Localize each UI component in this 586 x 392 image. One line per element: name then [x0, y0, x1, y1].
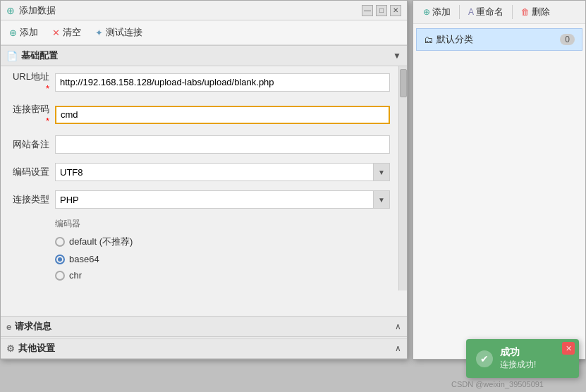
encoder-default-label: default (不推荐): [69, 235, 133, 248]
encoding-select-wrapper: UTF8 GBK ▼: [55, 163, 390, 181]
other-chevron-icon: ∧: [395, 343, 401, 353]
password-row: 连接密码*: [1, 99, 398, 131]
password-required: *: [46, 116, 49, 126]
right-delete-label: 删除: [532, 6, 550, 18]
clear-icon: ✕: [52, 27, 60, 38]
config-icon: 📄: [6, 51, 18, 61]
encoding-label: 编码设置: [9, 166, 55, 178]
request-info-left: e 请求信息: [6, 320, 51, 333]
right-add-button[interactable]: ⊕ 添加: [419, 4, 455, 20]
add-label: 添加: [20, 26, 38, 39]
basic-chevron-icon: ▼: [393, 51, 401, 61]
encoding-row: 编码设置 UTF8 GBK ▼: [1, 159, 398, 186]
right-rename-label: 重命名: [476, 6, 503, 18]
bottom-sections: e 请求信息 ∧ ⚙ 其他设置 ∧: [1, 315, 407, 359]
request-icon: e: [6, 321, 11, 332]
category-item-left: 🗂 默认分类: [424, 33, 473, 46]
basic-config-section-header[interactable]: 📄 基础配置 ▼: [1, 45, 407, 66]
toolbar-divider-1: [459, 5, 460, 19]
url-label: URL地址*: [9, 71, 55, 94]
right-delete-button[interactable]: 🗑 删除: [517, 4, 554, 20]
test-connection-button[interactable]: ✦ 测试连接: [92, 25, 145, 40]
form-area: URL地址* 连接密码* 网站备注 编码设置: [1, 66, 407, 290]
request-chevron-icon: ∧: [395, 321, 401, 331]
other-settings-left: ⚙ 其他设置: [6, 342, 55, 355]
request-info-label: 请求信息: [15, 320, 51, 333]
toast-title: 成功: [500, 346, 536, 359]
add-data-dialog: ⊕ 添加数据 — □ ✕ ⊕ 添加 ✕ 清空 ✦ 测试连接 📄 基础配置 ▼: [0, 0, 408, 360]
encoder-chr-label: chr: [69, 270, 82, 281]
right-panel: ⊕ 添加 A 重命名 🗑 删除 🗂 默认分类 0: [413, 0, 586, 360]
form-scrollbar[interactable]: [398, 66, 407, 290]
dialog-title-icon: ⊕: [6, 5, 15, 16]
right-rename-button[interactable]: A 重命名: [464, 4, 508, 20]
add-icon: ⊕: [9, 27, 17, 38]
toolbar: ⊕ 添加 ✕ 清空 ✦ 测试连接: [1, 20, 407, 45]
test-label: 测试连接: [106, 26, 142, 39]
right-add-label: 添加: [432, 6, 451, 18]
other-settings-section-header[interactable]: ⚙ 其他设置 ∧: [1, 338, 407, 359]
other-settings-icon: ⚙: [6, 343, 15, 354]
conn-type-row: 连接类型 PHP ASP JSP ▼: [1, 186, 398, 214]
toast-icon: ✔: [476, 350, 493, 367]
request-info-section-header[interactable]: e 请求信息 ∧: [1, 316, 407, 337]
category-item[interactable]: 🗂 默认分类 0: [416, 28, 582, 51]
conn-type-select-wrapper: PHP ASP JSP ▼: [55, 190, 390, 209]
note-row: 网站备注: [1, 131, 398, 159]
minimize-button[interactable]: —: [362, 5, 373, 16]
form-scroll-content: URL地址* 连接密码* 网站备注 编码设置: [1, 66, 398, 290]
scrollbar-thumb[interactable]: [400, 69, 407, 97]
dialog-title-text: 添加数据: [19, 4, 56, 17]
encoder-chr-radio[interactable]: [55, 271, 65, 281]
dialog-title-controls: — □ ✕: [362, 5, 401, 16]
category-name: 默认分类: [437, 33, 473, 46]
toolbar-divider-2: [512, 5, 513, 19]
encoder-label: 编码器: [55, 218, 390, 230]
right-add-icon: ⊕: [423, 7, 430, 17]
clear-button[interactable]: ✕ 清空: [49, 25, 84, 40]
encoding-select[interactable]: UTF8 GBK: [55, 163, 390, 181]
toast-content: 成功 连接成功!: [500, 346, 536, 371]
toast-message: 连接成功!: [500, 359, 536, 371]
encoder-base64-label: base64: [69, 254, 99, 264]
encoder-default-row: default (不推荐): [55, 234, 390, 250]
url-input[interactable]: [55, 73, 390, 92]
url-row: URL地址*: [1, 66, 398, 99]
add-button[interactable]: ⊕ 添加: [6, 25, 41, 40]
folder-icon: 🗂: [424, 35, 433, 45]
right-rename-icon: A: [468, 7, 474, 17]
category-list: 🗂 默认分类 0: [413, 24, 585, 55]
password-label: 连接密码*: [9, 103, 55, 126]
dialog-title: ⊕ 添加数据: [6, 4, 56, 17]
encoder-base64-radio[interactable]: [55, 255, 65, 264]
note-input[interactable]: [55, 135, 390, 154]
encoder-default-radio[interactable]: [55, 237, 65, 247]
close-button[interactable]: ✕: [390, 5, 401, 16]
clear-label: 清空: [63, 26, 81, 39]
conn-type-select[interactable]: PHP ASP JSP: [55, 190, 390, 209]
restore-button[interactable]: □: [376, 5, 387, 16]
basic-config-label: 基础配置: [21, 49, 58, 62]
toast-close-button[interactable]: ✕: [562, 342, 575, 355]
encoder-chr-row: chr: [55, 269, 390, 282]
section-header-left: 📄 基础配置: [6, 49, 58, 62]
password-input[interactable]: [55, 106, 390, 124]
encoder-base64-row: base64: [55, 252, 390, 266]
right-panel-toolbar: ⊕ 添加 A 重命名 🗑 删除: [413, 1, 585, 24]
encoder-section: 编码器 default (不推荐) base64 chr: [1, 214, 398, 290]
note-label: 网站备注: [9, 138, 55, 151]
right-delete-icon: 🗑: [521, 7, 530, 17]
other-settings-label: 其他设置: [18, 342, 55, 355]
conn-type-label: 连接类型: [9, 193, 55, 206]
watermark: CSDN @weixin_39505091: [451, 380, 544, 388]
url-required: *: [46, 83, 49, 94]
category-count: 0: [560, 34, 575, 45]
test-icon: ✦: [95, 27, 103, 38]
toast-notification: ✔ 成功 连接成功! ✕: [466, 339, 579, 378]
dialog-titlebar: ⊕ 添加数据 — □ ✕: [1, 1, 407, 20]
